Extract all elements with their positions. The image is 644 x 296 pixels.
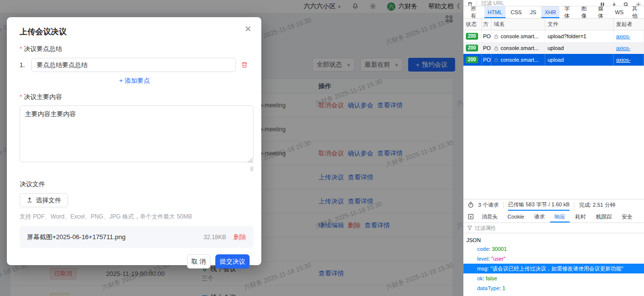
detail-tab-4[interactable]: 耗时: [571, 211, 590, 222]
content-label: 决议主要内容: [20, 93, 250, 101]
network-request-row[interactable]: 200 PO console.smart... upload axios-: [463, 42, 644, 54]
filter-tab-7[interactable]: 媒体: [595, 6, 610, 18]
dialog-title: 上传会议决议: [20, 27, 250, 37]
initiator-link[interactable]: axios-: [616, 33, 630, 39]
json-prop-row[interactable]: msg: "该会议已经上传过决议，如需修改请使用会议更新功能": [463, 264, 644, 273]
cancel-button[interactable]: 取 消: [187, 254, 210, 269]
network-column-header[interactable]: 状态: [463, 19, 482, 30]
network-request-list: 200 PO console.smart... upload?folder=1 …: [463, 30, 644, 66]
close-icon[interactable]: ✕: [245, 25, 252, 33]
lock-icon: [494, 57, 499, 63]
file-label: 决议文件: [20, 180, 250, 189]
main-page: 六六六小区 ∨ 六 六财务 帮助文档《 全部状态 ∨ 最新在前 ∨: [0, 0, 463, 296]
char-count: 8: [20, 166, 253, 173]
request-detail-tabs: 消息头Cookie请求响应耗时栈跟踪安全: [463, 211, 644, 223]
content-textarea[interactable]: [20, 105, 253, 162]
response-json-viewer: JSON code: 30001 level: "user" msg: "该会议…: [463, 233, 644, 296]
search-icon[interactable]: [623, 2, 629, 6]
network-status-bar: 3 个请求 已传输 583 字节 / 1.60 kB 完成: 2.51 分钟: [463, 199, 644, 211]
lock-icon: [494, 34, 499, 39]
network-column-header[interactable]: 发起者: [614, 19, 644, 30]
detail-tab-6[interactable]: 安全: [617, 211, 637, 222]
network-toolbar: 过滤 URL: [463, 0, 644, 6]
clear-requests-icon[interactable]: [467, 1, 473, 6]
devtools-panel: 过滤 URL 所有HTMLCSSJSXHR字体图像媒体WS其他 状态方域名文件发…: [463, 0, 644, 296]
filter-tab-5[interactable]: 字体: [561, 6, 576, 18]
transferred-bytes[interactable]: 已传输 583 字节 / 1.60 kB: [508, 199, 570, 211]
filter-tab-0[interactable]: 所有: [467, 6, 483, 18]
filter-tab-9[interactable]: 其他: [628, 6, 644, 18]
points-label: 决议要点总结: [20, 45, 250, 53]
network-request-row[interactable]: 200 PO console.smart... upload?folder=1 …: [463, 30, 644, 42]
app-root: 六六六小区 ∨ 六 六财务 帮助文档《 全部状态 ∨ 最新在前 ∨: [0, 0, 644, 296]
network-column-header[interactable]: 域名: [491, 19, 545, 30]
json-prop-row[interactable]: level: "user": [463, 254, 644, 264]
choose-file-button[interactable]: 选择文件: [20, 193, 68, 207]
detail-tab-5[interactable]: 栈跟踪: [591, 211, 616, 222]
delete-file-link[interactable]: 删除: [233, 233, 246, 242]
request-type-filter-tabs: 所有HTMLCSSJSXHR字体图像媒体WS其他: [463, 6, 644, 19]
detail-tab-3[interactable]: 响应: [550, 211, 570, 222]
network-column-header[interactable]: 方: [482, 19, 491, 30]
add-point-link[interactable]: + 添加要点: [20, 76, 250, 85]
filter-tab-2[interactable]: CSS: [507, 6, 525, 18]
point-index: 1.: [20, 61, 26, 69]
properties-filter[interactable]: 过滤属性: [463, 223, 644, 233]
filter-tab-8[interactable]: WS: [612, 6, 627, 18]
import-icon[interactable]: [612, 2, 617, 6]
json-root-label[interactable]: JSON: [463, 236, 644, 244]
pause-icon[interactable]: [600, 2, 605, 6]
request-count: 3 个请求: [478, 201, 499, 209]
file-size: 32.18KB: [204, 234, 226, 241]
divider: [477, 1, 477, 6]
json-prop-row[interactable]: code: 30001: [463, 244, 644, 254]
point-input[interactable]: [31, 58, 236, 72]
lock-icon: [494, 46, 499, 51]
filter-tab-4[interactable]: XHR: [541, 6, 559, 18]
uploaded-file-item: 屏幕截图+2025-06-16+175711.png 32.18KB 删除: [20, 226, 253, 248]
plus-icon: +: [119, 77, 123, 84]
detail-tab-2[interactable]: 请求: [529, 211, 549, 222]
network-request-row[interactable]: 200 PO console.smart... upload axios-: [463, 54, 644, 66]
panel-dock-icon[interactable]: [465, 211, 476, 222]
initiator-link[interactable]: axios-: [616, 45, 630, 51]
upload-icon: [26, 197, 33, 203]
finish-time: 完成: 2.51 分钟: [579, 201, 616, 209]
initiator-link[interactable]: axios-: [616, 57, 630, 63]
filter-tab-6[interactable]: 图像: [578, 6, 594, 18]
delete-point-button[interactable]: [241, 61, 248, 69]
json-prop-row[interactable]: dataType: 1: [463, 283, 644, 293]
network-table-header: 状态方域名文件发起者: [463, 19, 644, 30]
network-settings-gear-icon[interactable]: [636, 2, 641, 6]
timing-stopwatch-icon[interactable]: [468, 201, 474, 209]
url-filter-input[interactable]: 过滤 URL: [481, 0, 504, 6]
detail-tab-0[interactable]: 消息头: [477, 211, 502, 222]
filter-tab-3[interactable]: JS: [527, 6, 540, 18]
trash-icon: [241, 61, 248, 69]
file-hint: 支持 PDF、Word、Excel、PNG、JPG 格式，单个文件最大 50MB: [20, 213, 250, 221]
json-prop-row[interactable]: ok: false: [463, 273, 644, 283]
funnel-icon: [467, 225, 472, 230]
upload-resolution-dialog: 上传会议决议 ✕ 决议要点总结 1. + 添加要点 决议主要内容 8 决议文件: [7, 17, 261, 265]
filter-tab-1[interactable]: HTML: [484, 6, 506, 18]
submit-resolution-button[interactable]: 提交决议: [215, 254, 250, 269]
network-column-header[interactable]: 文件: [545, 19, 614, 30]
file-name: 屏幕截图+2025-06-16+175711.png: [27, 233, 204, 242]
detail-tab-1[interactable]: Cookie: [503, 211, 529, 222]
point-row: 1.: [20, 58, 250, 72]
